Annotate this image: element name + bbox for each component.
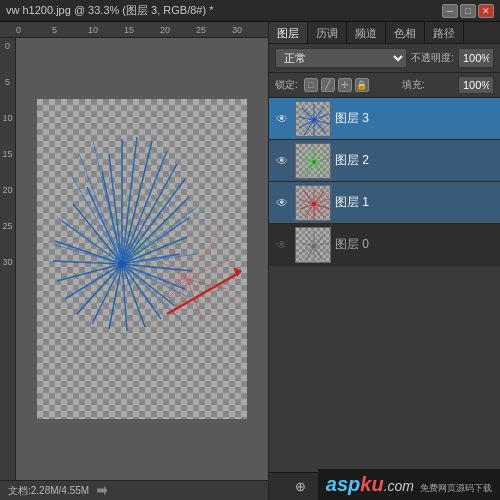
right-panel: 图层 历调 频道 色相 路径 正常 不透明度: 锁定: □ ╱ (268, 22, 500, 500)
layer-name-1: 图层 1 (335, 194, 496, 211)
watermark-sub: 免费网页源码下载 (420, 482, 492, 495)
thumb-firework-red (296, 186, 331, 221)
layer-name-3: 图层 3 (335, 110, 496, 127)
lock-position-icon[interactable]: ✛ (338, 78, 352, 92)
ruler-num: 0 (16, 25, 52, 35)
lock-pixels-icon[interactable]: ╱ (321, 78, 335, 92)
svg-line-37 (109, 264, 122, 329)
minimize-button[interactable]: ─ (442, 4, 458, 18)
layers-panel: 正常 不透明度: 锁定: □ ╱ ✛ 🔒 填充: (269, 44, 500, 500)
svg-point-71 (312, 118, 316, 122)
layer-item-1[interactable]: 👁 (269, 182, 500, 224)
svg-point-58 (118, 260, 126, 268)
link-layers-icon[interactable]: ⊕ (291, 477, 311, 497)
fireworks-svg (37, 99, 247, 419)
layer-item-3[interactable]: 👁 (269, 98, 500, 140)
status-bar: 文档:2.28M/4.55M (0, 480, 268, 500)
fill-label: 填充: (402, 78, 425, 92)
thumb-firework-green (296, 144, 331, 179)
thumb-firework-dark (296, 228, 331, 263)
tab-layers[interactable]: 图层 (269, 22, 308, 43)
layer-item-0[interactable]: 👁 (269, 224, 500, 266)
lock-all-icon[interactable]: 🔒 (355, 78, 369, 92)
canvas-area: 0 5 10 15 20 25 30 35 0 5 10 15 20 25 30 (0, 22, 268, 500)
lock-label: 锁定: (275, 78, 298, 92)
ruler-num: 5 (52, 25, 88, 35)
svg-line-51 (69, 171, 122, 264)
window-title: vw h1200.jpg @ 33.3% (图层 3, RGB/8#) * (6, 3, 213, 18)
layers-list: 👁 (269, 98, 500, 472)
svg-line-39 (77, 264, 122, 314)
svg-point-93 (312, 202, 316, 206)
layer-eye-3[interactable]: 👁 (273, 110, 291, 128)
ruler-num: 10 (88, 25, 124, 35)
tab-color[interactable]: 色相 (386, 22, 425, 43)
layer-name-0: 图层 0 (335, 236, 496, 253)
tab-paths[interactable]: 路径 (425, 22, 464, 43)
svg-point-82 (312, 160, 316, 164)
layer-item-2[interactable]: 👁 (269, 140, 500, 182)
watermark-asp: asp (326, 473, 360, 496)
lock-icons: □ ╱ ✛ 🔒 (304, 78, 369, 92)
ruler-left: 0 5 10 15 20 25 30 (0, 38, 16, 480)
window-controls: ─ □ ✕ (442, 4, 494, 18)
watermark-com: .com (384, 478, 414, 494)
tab-history[interactable]: 历调 (308, 22, 347, 43)
layer-thumb-2 (295, 143, 331, 179)
thumb-firework-blue (296, 102, 331, 137)
main-layout: 0 5 10 15 20 25 30 35 0 5 10 15 20 25 30 (0, 22, 500, 500)
layer-name-2: 图层 2 (335, 152, 496, 169)
svg-line-11 (137, 219, 177, 249)
layer-eye-2[interactable]: 👁 (273, 152, 291, 170)
title-bar: vw h1200.jpg @ 33.3% (图层 3, RGB/8#) * ─ … (0, 0, 500, 22)
canvas-document (37, 99, 247, 419)
layer-thumb-0 (295, 227, 331, 263)
ruler-numbers-top: 0 5 10 15 20 25 30 35 (16, 25, 268, 35)
ruler-num: 30 (232, 25, 268, 35)
ruler-top: 0 5 10 15 20 25 30 35 (0, 22, 268, 38)
canvas-wrapper[interactable] (16, 38, 268, 480)
opacity-input[interactable] (458, 48, 494, 68)
lock-row: 锁定: □ ╱ ✛ 🔒 填充: (269, 73, 500, 98)
panel-tabs: 图层 历调 频道 色相 路径 (269, 22, 500, 44)
tab-channels[interactable]: 频道 (347, 22, 386, 43)
canvas-content (37, 99, 247, 419)
canvas-row: 0 5 10 15 20 25 30 (0, 38, 268, 480)
svg-line-25 (122, 164, 177, 264)
close-button[interactable]: ✕ (478, 4, 494, 18)
ruler-num: 20 (160, 25, 196, 35)
svg-point-104 (312, 244, 316, 248)
blend-mode-row: 正常 不透明度: (269, 44, 500, 73)
watermark-ku: ku (360, 473, 383, 496)
fill-input[interactable] (458, 76, 494, 94)
layer-eye-1[interactable]: 👁 (273, 194, 291, 212)
opacity-label: 不透明度: (411, 51, 454, 65)
maximize-button[interactable]: □ (460, 4, 476, 18)
layer-thumb-1 (295, 185, 331, 221)
lock-transparent-icon[interactable]: □ (304, 78, 318, 92)
blend-mode-select[interactable]: 正常 (275, 48, 407, 68)
svg-line-41 (57, 264, 122, 281)
status-arrow-icon[interactable] (97, 486, 107, 496)
layer-eye-0[interactable]: 👁 (273, 236, 291, 254)
document-info: 文档:2.28M/4.55M (8, 484, 89, 498)
layer-thumb-3 (295, 101, 331, 137)
ruler-num: 15 (124, 25, 160, 35)
watermark: asp ku .com 免费网页源码下载 (318, 469, 500, 500)
ruler-num: 25 (196, 25, 232, 35)
